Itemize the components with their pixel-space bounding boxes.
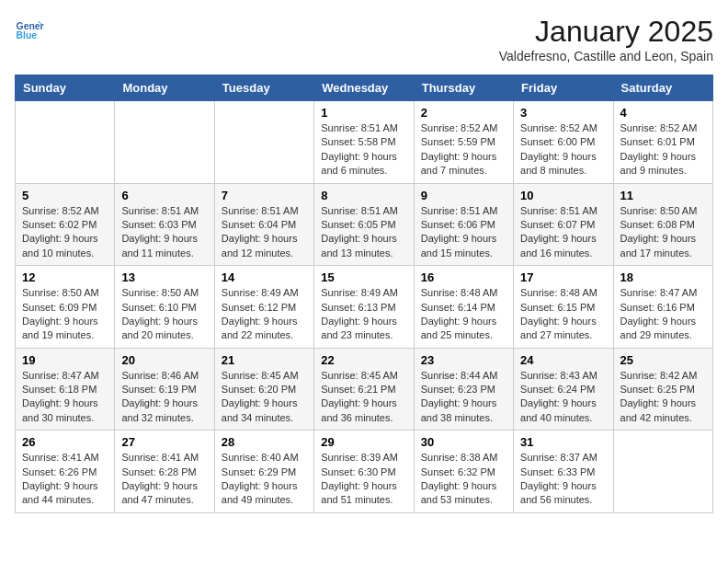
day-number: 3	[520, 106, 606, 120]
day-info: Sunrise: 8:42 AM Sunset: 6:25 PM Dayligh…	[620, 369, 706, 426]
calendar-week-row: 5Sunrise: 8:52 AM Sunset: 6:02 PM Daylig…	[16, 183, 713, 266]
day-number: 2	[421, 106, 506, 120]
day-number: 11	[620, 189, 706, 202]
day-number: 23	[421, 353, 506, 367]
calendar-cell: 28Sunrise: 8:40 AM Sunset: 6:29 PM Dayli…	[214, 431, 313, 513]
day-number: 8	[321, 189, 406, 202]
calendar-cell	[214, 101, 313, 184]
day-number: 5	[22, 189, 108, 202]
day-number: 21	[222, 353, 307, 367]
day-info: Sunrise: 8:49 AM Sunset: 6:12 PM Dayligh…	[222, 286, 307, 343]
day-info: Sunrise: 8:51 AM Sunset: 6:06 PM Dayligh…	[421, 204, 506, 261]
day-number: 4	[620, 106, 706, 120]
day-info: Sunrise: 8:48 AM Sunset: 6:14 PM Dayligh…	[421, 286, 506, 343]
calendar-cell: 11Sunrise: 8:50 AM Sunset: 6:08 PM Dayli…	[613, 183, 712, 266]
day-info: Sunrise: 8:50 AM Sunset: 6:08 PM Dayligh…	[620, 204, 706, 261]
day-number: 31	[520, 435, 606, 449]
day-number: 24	[520, 353, 606, 367]
day-number: 15	[321, 270, 406, 284]
day-number: 28	[222, 435, 307, 449]
month-title: January 2025	[499, 15, 713, 49]
day-info: Sunrise: 8:50 AM Sunset: 6:10 PM Dayligh…	[121, 286, 207, 343]
svg-text:Blue: Blue	[17, 30, 38, 40]
day-info: Sunrise: 8:43 AM Sunset: 6:24 PM Dayligh…	[520, 369, 606, 426]
day-info: Sunrise: 8:46 AM Sunset: 6:19 PM Dayligh…	[121, 369, 207, 426]
calendar-cell: 12Sunrise: 8:50 AM Sunset: 6:09 PM Dayli…	[16, 266, 115, 349]
day-number: 9	[421, 189, 506, 202]
day-info: Sunrise: 8:51 AM Sunset: 6:04 PM Dayligh…	[222, 204, 307, 261]
day-info: Sunrise: 8:52 AM Sunset: 6:01 PM Dayligh…	[620, 121, 706, 178]
day-info: Sunrise: 8:52 AM Sunset: 6:02 PM Dayligh…	[22, 204, 108, 261]
calendar-cell: 20Sunrise: 8:46 AM Sunset: 6:19 PM Dayli…	[115, 348, 214, 431]
location-title: Valdefresno, Castille and Leon, Spain	[499, 49, 713, 63]
day-info: Sunrise: 8:47 AM Sunset: 6:18 PM Dayligh…	[22, 369, 108, 426]
calendar-cell: 27Sunrise: 8:41 AM Sunset: 6:28 PM Dayli…	[115, 431, 214, 513]
calendar-cell: 23Sunrise: 8:44 AM Sunset: 6:23 PM Dayli…	[414, 348, 513, 431]
calendar-day-header: Sunday	[16, 75, 115, 101]
logo: General Blue	[15, 15, 44, 44]
calendar-cell: 4Sunrise: 8:52 AM Sunset: 6:01 PM Daylig…	[613, 101, 712, 184]
calendar-cell: 22Sunrise: 8:45 AM Sunset: 6:21 PM Dayli…	[314, 348, 414, 431]
calendar-cell: 26Sunrise: 8:41 AM Sunset: 6:26 PM Dayli…	[16, 431, 115, 513]
day-number: 17	[520, 270, 606, 284]
day-number: 30	[421, 435, 506, 449]
day-info: Sunrise: 8:52 AM Sunset: 6:00 PM Dayligh…	[520, 121, 606, 178]
day-number: 29	[321, 435, 406, 449]
page-header: General Blue January 2025 Valdefresno, C…	[15, 15, 713, 63]
calendar-cell: 16Sunrise: 8:48 AM Sunset: 6:14 PM Dayli…	[414, 266, 513, 349]
day-number: 27	[121, 435, 207, 449]
day-info: Sunrise: 8:50 AM Sunset: 6:09 PM Dayligh…	[22, 286, 108, 343]
calendar-cell: 29Sunrise: 8:39 AM Sunset: 6:30 PM Dayli…	[314, 431, 414, 513]
day-number: 18	[620, 270, 706, 284]
calendar-day-header: Wednesday	[314, 75, 414, 101]
day-info: Sunrise: 8:51 AM Sunset: 5:58 PM Dayligh…	[321, 121, 406, 178]
calendar-header-row: SundayMondayTuesdayWednesdayThursdayFrid…	[16, 75, 713, 101]
calendar-cell	[16, 101, 115, 184]
day-number: 25	[620, 353, 706, 367]
calendar-week-row: 19Sunrise: 8:47 AM Sunset: 6:18 PM Dayli…	[16, 348, 713, 431]
calendar-day-header: Saturday	[613, 75, 712, 101]
day-number: 7	[222, 189, 307, 202]
calendar-cell: 21Sunrise: 8:45 AM Sunset: 6:20 PM Dayli…	[214, 348, 313, 431]
day-info: Sunrise: 8:45 AM Sunset: 6:21 PM Dayligh…	[321, 369, 406, 426]
calendar-cell: 3Sunrise: 8:52 AM Sunset: 6:00 PM Daylig…	[514, 101, 613, 184]
calendar-body: 1Sunrise: 8:51 AM Sunset: 5:58 PM Daylig…	[16, 101, 713, 513]
day-number: 1	[321, 106, 406, 120]
calendar-cell: 9Sunrise: 8:51 AM Sunset: 6:06 PM Daylig…	[414, 183, 513, 266]
day-info: Sunrise: 8:51 AM Sunset: 6:03 PM Dayligh…	[121, 204, 207, 261]
day-number: 19	[22, 353, 108, 367]
calendar-cell: 19Sunrise: 8:47 AM Sunset: 6:18 PM Dayli…	[16, 348, 115, 431]
day-number: 12	[22, 270, 108, 284]
day-number: 14	[222, 270, 307, 284]
day-info: Sunrise: 8:38 AM Sunset: 6:32 PM Dayligh…	[421, 451, 506, 508]
calendar-cell: 31Sunrise: 8:37 AM Sunset: 6:33 PM Dayli…	[514, 431, 613, 513]
calendar-cell: 2Sunrise: 8:52 AM Sunset: 5:59 PM Daylig…	[414, 101, 513, 184]
calendar-cell: 13Sunrise: 8:50 AM Sunset: 6:10 PM Dayli…	[115, 266, 214, 349]
calendar-cell: 1Sunrise: 8:51 AM Sunset: 5:58 PM Daylig…	[314, 101, 414, 184]
day-info: Sunrise: 8:41 AM Sunset: 6:26 PM Dayligh…	[22, 451, 108, 508]
calendar-week-row: 26Sunrise: 8:41 AM Sunset: 6:26 PM Dayli…	[16, 431, 713, 513]
day-info: Sunrise: 8:47 AM Sunset: 6:16 PM Dayligh…	[620, 286, 706, 343]
calendar-table: SundayMondayTuesdayWednesdayThursdayFrid…	[15, 75, 713, 513]
day-info: Sunrise: 8:51 AM Sunset: 6:07 PM Dayligh…	[520, 204, 606, 261]
day-info: Sunrise: 8:52 AM Sunset: 5:59 PM Dayligh…	[421, 121, 506, 178]
calendar-cell	[115, 101, 214, 184]
day-info: Sunrise: 8:45 AM Sunset: 6:20 PM Dayligh…	[222, 369, 307, 426]
calendar-cell: 15Sunrise: 8:49 AM Sunset: 6:13 PM Dayli…	[314, 266, 414, 349]
day-info: Sunrise: 8:41 AM Sunset: 6:28 PM Dayligh…	[121, 451, 207, 508]
day-number: 22	[321, 353, 406, 367]
calendar-cell: 8Sunrise: 8:51 AM Sunset: 6:05 PM Daylig…	[314, 183, 414, 266]
day-info: Sunrise: 8:39 AM Sunset: 6:30 PM Dayligh…	[321, 451, 406, 508]
calendar-day-header: Thursday	[414, 75, 513, 101]
calendar-day-header: Friday	[514, 75, 613, 101]
day-number: 16	[421, 270, 506, 284]
calendar-day-header: Tuesday	[214, 75, 313, 101]
calendar-cell: 24Sunrise: 8:43 AM Sunset: 6:24 PM Dayli…	[514, 348, 613, 431]
day-number: 20	[121, 353, 207, 367]
calendar-cell: 30Sunrise: 8:38 AM Sunset: 6:32 PM Dayli…	[414, 431, 513, 513]
calendar-cell: 10Sunrise: 8:51 AM Sunset: 6:07 PM Dayli…	[514, 183, 613, 266]
day-number: 26	[22, 435, 108, 449]
title-block: January 2025 Valdefresno, Castille and L…	[499, 15, 713, 63]
day-number: 13	[121, 270, 207, 284]
day-number: 10	[520, 189, 606, 202]
